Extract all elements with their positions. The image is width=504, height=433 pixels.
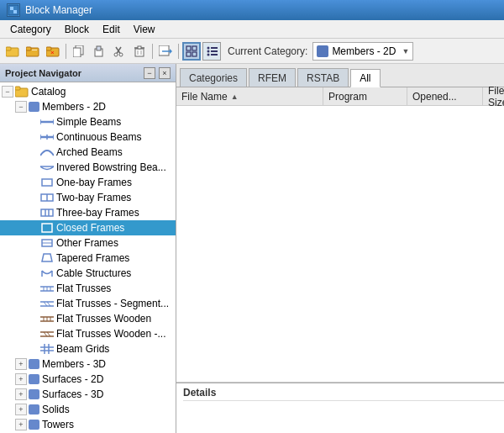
toolbar-sep1 xyxy=(66,44,66,59)
tree-item-surfaces3d[interactable]: + Surfaces - 3D xyxy=(0,387,176,402)
tree-label-closed-frames: Closed Frames xyxy=(56,222,124,234)
spacer-other: · xyxy=(27,237,39,249)
tree-item-flat-wooden[interactable]: · Flat Trusses Wooden xyxy=(0,311,176,326)
tree-item-solids[interactable]: + Solids xyxy=(0,402,176,417)
tree-label-tapered: Tapered Frames xyxy=(56,252,129,264)
dropdown-arrow-icon: ▼ xyxy=(402,47,409,55)
expander-members3d[interactable]: + xyxy=(15,358,27,370)
tab-rstab[interactable]: RSTAB xyxy=(297,68,349,87)
svg-marker-56 xyxy=(42,254,52,261)
list-view-btn[interactable] xyxy=(202,42,221,61)
tree-label-flat-wooden2: Flat Trusses Wooden -... xyxy=(56,328,166,340)
tree-item-beam-grids[interactable]: · Beam Grids xyxy=(0,341,176,356)
svg-rect-12 xyxy=(73,48,81,57)
menu-view[interactable]: View xyxy=(127,22,162,37)
tree-item-members2d[interactable]: − Members - 2D xyxy=(0,99,176,114)
tab-categories[interactable]: Categories xyxy=(180,68,247,87)
svg-rect-30 xyxy=(192,52,197,56)
tree-label-simple-beams: Simple Beams xyxy=(56,116,121,128)
tree-label-flat-seg: Flat Trusses - Segment... xyxy=(56,298,169,309)
nav-pin-btn[interactable]: − xyxy=(144,67,155,79)
col-header-filesize[interactable]: File Size xyxy=(483,87,504,105)
tree-label-surfaces3d: Surfaces - 3D xyxy=(42,388,103,400)
current-category-dropdown[interactable]: Members - 2D ▼ xyxy=(312,42,413,61)
menu-bar: Category Block Edit View xyxy=(0,20,504,39)
expander-towers[interactable]: + xyxy=(15,419,27,430)
tree-item-continuous-beams[interactable]: · Continuous Beams xyxy=(0,129,176,145)
tree-item-surfaces2d[interactable]: + Surfaces - 2D xyxy=(0,372,176,387)
paste-btn[interactable] xyxy=(90,42,108,61)
tree-item-arched-beams[interactable]: · Arched Beams xyxy=(0,145,176,160)
tree-label-continuous-beams: Continuous Beams xyxy=(56,131,141,143)
svg-text:×: × xyxy=(50,49,55,56)
tree-item-closed-frames[interactable]: · Closed Frames xyxy=(0,220,176,235)
tree-item-flat-wooden2[interactable]: · Flat Trusses Wooden -... xyxy=(0,326,176,341)
menu-edit[interactable]: Edit xyxy=(96,22,127,37)
nav-header: Project Navigator − × xyxy=(0,64,176,82)
tree-item-cable[interactable]: · Cable Structures xyxy=(0,266,176,281)
tree-item-members3d[interactable]: + Members - 3D xyxy=(0,356,176,372)
svg-point-31 xyxy=(207,46,210,49)
tree-label-members2d: Members - 2D xyxy=(42,101,106,113)
nav-title: Project Navigator xyxy=(5,68,81,78)
cut-btn[interactable] xyxy=(110,42,129,61)
expander-catalog[interactable]: − xyxy=(2,86,13,98)
tab-rfem[interactable]: RFEM xyxy=(249,68,296,87)
nav-close-btn[interactable]: × xyxy=(159,67,171,79)
tab-all[interactable]: All xyxy=(350,69,380,87)
tree-item-one-bay[interactable]: · One-bay Frames xyxy=(0,175,176,190)
spacer-invered: · xyxy=(27,161,39,173)
svg-rect-29 xyxy=(186,52,191,56)
tree-item-simple-beams[interactable]: · Simple Beams xyxy=(0,114,176,129)
expander-solids[interactable]: + xyxy=(15,404,27,415)
tree-item-other-frames[interactable]: · Other Frames xyxy=(0,235,176,251)
details-label: Details xyxy=(183,387,504,401)
current-category-value: Members - 2D xyxy=(332,45,396,57)
toolbar-sep3 xyxy=(178,44,179,59)
svg-rect-24 xyxy=(159,45,169,55)
toolbar: × Current Category: Members - 2D ▼ xyxy=(0,39,504,64)
svg-rect-27 xyxy=(186,46,191,50)
menu-block[interactable]: Block xyxy=(58,22,96,37)
tree-item-tapered[interactable]: · Tapered Frames xyxy=(0,251,176,266)
svg-rect-32 xyxy=(211,47,218,49)
svg-rect-38 xyxy=(15,87,20,90)
tree-item-two-bay[interactable]: · Two-bay Frames xyxy=(0,190,176,205)
tree-item-three-bay[interactable]: · Three-bay Frames xyxy=(0,205,176,220)
open-folder-btn[interactable] xyxy=(3,42,22,61)
delete-btn[interactable] xyxy=(130,42,149,61)
folder-btn3[interactable]: × xyxy=(44,42,62,61)
svg-rect-14 xyxy=(97,46,101,50)
col-opened-label: Opened... xyxy=(412,91,457,103)
expander-surfaces3d[interactable]: + xyxy=(15,388,27,400)
tree-item-invered[interactable]: · Invered Bowstring Bea... xyxy=(0,160,176,175)
toolbar-sep2 xyxy=(152,44,153,59)
spacer-beam-grids: · xyxy=(27,343,39,355)
spacer-flat-wooden: · xyxy=(27,313,39,325)
tree-item-catalog[interactable]: − Catalog xyxy=(0,84,176,99)
tree-label-beam-grids: Beam Grids xyxy=(56,343,109,355)
file-list-area: File Name ▲ Program Opened... File Size xyxy=(176,87,504,383)
tree-item-towers[interactable]: + Towers xyxy=(0,417,176,432)
spacer-arched: · xyxy=(27,146,39,158)
import-btn[interactable] xyxy=(156,42,175,61)
menu-category[interactable]: Category xyxy=(3,22,58,37)
tree-item-flat-trusses[interactable]: · Flat Trusses xyxy=(0,281,176,296)
app-title: Block Manager xyxy=(25,4,92,16)
col-header-opened[interactable]: Opened... xyxy=(407,87,483,105)
details-panel: Details xyxy=(176,383,504,433)
copy-btn[interactable] xyxy=(70,42,88,61)
tree-label-solids: Solids xyxy=(42,404,70,415)
folder-btn2[interactable] xyxy=(24,42,42,61)
tree-item-flat-seg[interactable]: · Flat Trusses - Segment... xyxy=(0,296,176,311)
expander-surfaces2d[interactable]: + xyxy=(15,373,27,385)
spacer-tapered: · xyxy=(27,252,39,264)
col-program-label: Program xyxy=(328,91,367,103)
surfaces3d-icon xyxy=(29,389,39,399)
expander-members2d[interactable]: − xyxy=(15,101,27,113)
spacer-continuous: · xyxy=(27,131,39,143)
svg-rect-4 xyxy=(6,47,11,50)
col-header-program[interactable]: Program xyxy=(323,87,407,105)
col-header-filename[interactable]: File Name ▲ xyxy=(176,87,323,105)
grid-view-btn[interactable] xyxy=(182,42,201,61)
